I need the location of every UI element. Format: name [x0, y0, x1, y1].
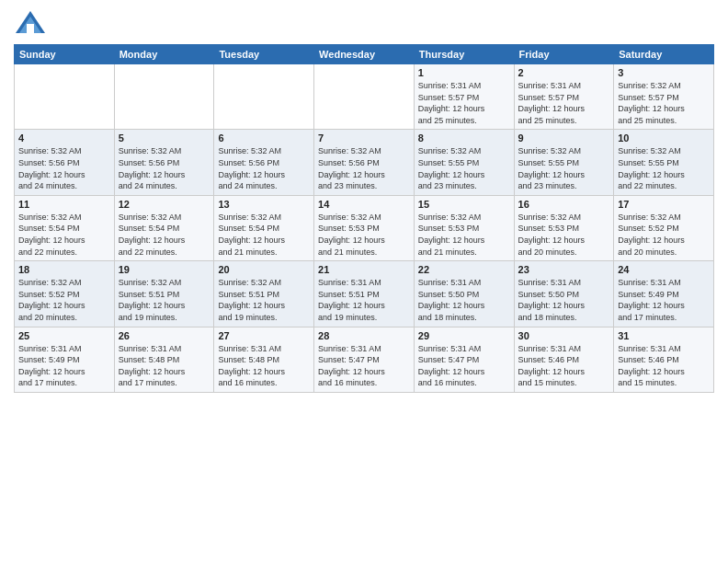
day-info: Sunrise: 5:31 AM Sunset: 5:49 PM Dayligh…: [618, 277, 710, 323]
day-number: 14: [318, 199, 410, 210]
logo: [14, 9, 51, 37]
day-info: Sunrise: 5:32 AM Sunset: 5:55 PM Dayligh…: [418, 145, 510, 191]
calendar-day-cell: 7Sunrise: 5:32 AM Sunset: 5:56 PM Daylig…: [314, 130, 415, 195]
calendar-week-row: 25Sunrise: 5:31 AM Sunset: 5:49 PM Dayli…: [15, 327, 714, 392]
calendar-day-cell: 10Sunrise: 5:32 AM Sunset: 5:55 PM Dayli…: [614, 130, 714, 195]
day-number: 1: [418, 67, 510, 78]
calendar-empty-cell: [114, 64, 214, 130]
calendar-day-cell: 6Sunrise: 5:32 AM Sunset: 5:56 PM Daylig…: [214, 130, 314, 195]
calendar-day-cell: 4Sunrise: 5:32 AM Sunset: 5:56 PM Daylig…: [15, 130, 115, 195]
day-number: 27: [218, 330, 310, 341]
day-info: Sunrise: 5:31 AM Sunset: 5:47 PM Dayligh…: [318, 343, 410, 389]
calendar-day-cell: 27Sunrise: 5:31 AM Sunset: 5:48 PM Dayli…: [214, 327, 314, 392]
calendar-day-cell: 3Sunrise: 5:32 AM Sunset: 5:57 PM Daylig…: [614, 64, 714, 130]
calendar-day-cell: 17Sunrise: 5:32 AM Sunset: 5:52 PM Dayli…: [614, 195, 714, 260]
day-number: 4: [18, 132, 110, 144]
day-info: Sunrise: 5:31 AM Sunset: 5:57 PM Dayligh…: [518, 80, 610, 126]
day-number: 21: [318, 264, 410, 275]
calendar-week-row: 1Sunrise: 5:31 AM Sunset: 5:57 PM Daylig…: [15, 64, 714, 130]
calendar-day-cell: 9Sunrise: 5:32 AM Sunset: 5:55 PM Daylig…: [514, 130, 614, 195]
calendar-week-row: 4Sunrise: 5:32 AM Sunset: 5:56 PM Daylig…: [15, 130, 714, 195]
day-number: 17: [618, 199, 710, 210]
calendar-day-cell: 14Sunrise: 5:32 AM Sunset: 5:53 PM Dayli…: [314, 195, 415, 260]
calendar-day-cell: 13Sunrise: 5:32 AM Sunset: 5:54 PM Dayli…: [214, 195, 314, 260]
day-number: 29: [418, 330, 510, 341]
day-number: 3: [618, 67, 710, 78]
day-number: 11: [18, 199, 110, 210]
day-number: 15: [418, 199, 510, 210]
header: [14, 9, 714, 37]
day-info: Sunrise: 5:32 AM Sunset: 5:56 PM Dayligh…: [318, 145, 410, 191]
weekday-header-wednesday: Wednesday: [314, 45, 415, 64]
day-number: 22: [418, 264, 510, 275]
day-number: 31: [618, 330, 710, 341]
day-info: Sunrise: 5:32 AM Sunset: 5:52 PM Dayligh…: [18, 277, 110, 323]
day-number: 18: [18, 264, 110, 275]
day-info: Sunrise: 5:31 AM Sunset: 5:49 PM Dayligh…: [18, 343, 110, 389]
day-number: 12: [119, 199, 210, 210]
calendar-day-cell: 22Sunrise: 5:31 AM Sunset: 5:50 PM Dayli…: [414, 261, 514, 327]
day-info: Sunrise: 5:32 AM Sunset: 5:53 PM Dayligh…: [418, 212, 510, 258]
calendar-day-cell: 8Sunrise: 5:32 AM Sunset: 5:55 PM Daylig…: [414, 130, 514, 195]
day-info: Sunrise: 5:32 AM Sunset: 5:54 PM Dayligh…: [218, 212, 310, 258]
day-number: 23: [518, 264, 610, 275]
calendar-day-cell: 30Sunrise: 5:31 AM Sunset: 5:46 PM Dayli…: [514, 327, 614, 392]
day-info: Sunrise: 5:31 AM Sunset: 5:46 PM Dayligh…: [618, 343, 710, 389]
day-number: 19: [119, 264, 210, 275]
calendar-day-cell: 31Sunrise: 5:31 AM Sunset: 5:46 PM Dayli…: [614, 327, 714, 392]
calendar-empty-cell: [15, 64, 115, 130]
weekday-header-saturday: Saturday: [614, 45, 714, 64]
weekday-header-row: SundayMondayTuesdayWednesdayThursdayFrid…: [15, 45, 714, 64]
calendar-week-row: 11Sunrise: 5:32 AM Sunset: 5:54 PM Dayli…: [15, 195, 714, 260]
day-number: 9: [518, 132, 610, 144]
svg-rect-2: [27, 24, 34, 33]
weekday-header-sunday: Sunday: [15, 45, 115, 64]
day-info: Sunrise: 5:32 AM Sunset: 5:53 PM Dayligh…: [518, 212, 610, 258]
day-info: Sunrise: 5:31 AM Sunset: 5:50 PM Dayligh…: [418, 277, 510, 323]
calendar-day-cell: 23Sunrise: 5:31 AM Sunset: 5:50 PM Dayli…: [514, 261, 614, 327]
day-number: 16: [518, 199, 610, 210]
weekday-header-tuesday: Tuesday: [214, 45, 314, 64]
calendar-day-cell: 29Sunrise: 5:31 AM Sunset: 5:47 PM Dayli…: [414, 327, 514, 392]
day-info: Sunrise: 5:32 AM Sunset: 5:57 PM Dayligh…: [618, 80, 710, 126]
day-info: Sunrise: 5:32 AM Sunset: 5:54 PM Dayligh…: [119, 212, 210, 258]
day-info: Sunrise: 5:31 AM Sunset: 5:46 PM Dayligh…: [518, 343, 610, 389]
page: SundayMondayTuesdayWednesdayThursdayFrid…: [0, 0, 728, 563]
weekday-header-thursday: Thursday: [414, 45, 514, 64]
day-number: 7: [318, 132, 410, 144]
day-number: 28: [318, 330, 410, 341]
day-info: Sunrise: 5:31 AM Sunset: 5:50 PM Dayligh…: [518, 277, 610, 323]
day-number: 24: [618, 264, 710, 275]
calendar-week-row: 18Sunrise: 5:32 AM Sunset: 5:52 PM Dayli…: [15, 261, 714, 327]
day-number: 13: [218, 199, 310, 210]
day-info: Sunrise: 5:32 AM Sunset: 5:54 PM Dayligh…: [18, 212, 110, 258]
day-info: Sunrise: 5:32 AM Sunset: 5:55 PM Dayligh…: [518, 145, 610, 191]
day-number: 10: [618, 132, 710, 144]
day-info: Sunrise: 5:32 AM Sunset: 5:53 PM Dayligh…: [318, 212, 410, 258]
day-info: Sunrise: 5:32 AM Sunset: 5:51 PM Dayligh…: [119, 277, 210, 323]
day-info: Sunrise: 5:31 AM Sunset: 5:57 PM Dayligh…: [418, 80, 510, 126]
calendar-day-cell: 20Sunrise: 5:32 AM Sunset: 5:51 PM Dayli…: [214, 261, 314, 327]
calendar-day-cell: 24Sunrise: 5:31 AM Sunset: 5:49 PM Dayli…: [614, 261, 714, 327]
calendar-day-cell: 25Sunrise: 5:31 AM Sunset: 5:49 PM Dayli…: [15, 327, 115, 392]
day-number: 2: [518, 67, 610, 78]
day-number: 20: [218, 264, 310, 275]
calendar-day-cell: 19Sunrise: 5:32 AM Sunset: 5:51 PM Dayli…: [114, 261, 214, 327]
calendar-empty-cell: [214, 64, 314, 130]
day-info: Sunrise: 5:32 AM Sunset: 5:51 PM Dayligh…: [218, 277, 310, 323]
day-number: 25: [18, 330, 110, 341]
day-number: 6: [218, 132, 310, 144]
day-number: 26: [119, 330, 210, 341]
day-info: Sunrise: 5:32 AM Sunset: 5:52 PM Dayligh…: [618, 212, 710, 258]
day-info: Sunrise: 5:31 AM Sunset: 5:47 PM Dayligh…: [418, 343, 510, 389]
day-info: Sunrise: 5:31 AM Sunset: 5:48 PM Dayligh…: [119, 343, 210, 389]
calendar-day-cell: 28Sunrise: 5:31 AM Sunset: 5:47 PM Dayli…: [314, 327, 415, 392]
day-info: Sunrise: 5:31 AM Sunset: 5:48 PM Dayligh…: [218, 343, 310, 389]
calendar-day-cell: 5Sunrise: 5:32 AM Sunset: 5:56 PM Daylig…: [114, 130, 214, 195]
weekday-header-monday: Monday: [114, 45, 214, 64]
calendar-day-cell: 26Sunrise: 5:31 AM Sunset: 5:48 PM Dayli…: [114, 327, 214, 392]
calendar-day-cell: 21Sunrise: 5:31 AM Sunset: 5:51 PM Dayli…: [314, 261, 415, 327]
day-info: Sunrise: 5:31 AM Sunset: 5:51 PM Dayligh…: [318, 277, 410, 323]
calendar-day-cell: 1Sunrise: 5:31 AM Sunset: 5:57 PM Daylig…: [414, 64, 514, 130]
weekday-header-friday: Friday: [514, 45, 614, 64]
